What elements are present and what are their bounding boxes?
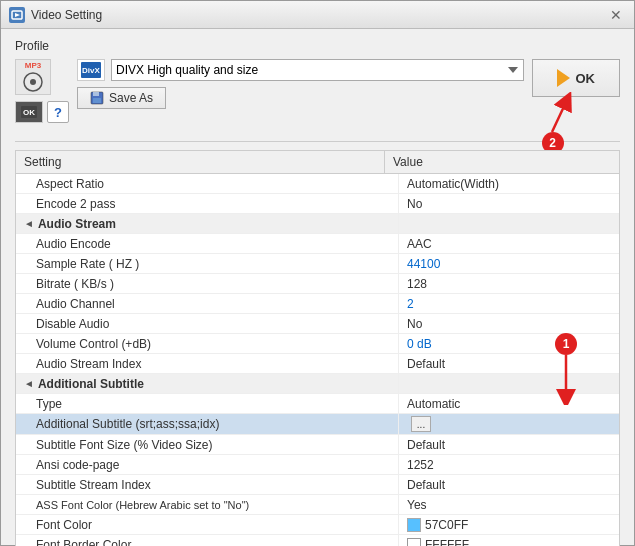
browse-button[interactable]: ... <box>411 416 431 432</box>
separator <box>15 141 620 142</box>
close-button[interactable]: ✕ <box>606 5 626 25</box>
value-cell: 1252 <box>399 455 619 474</box>
setting-cell: Encode 2 pass <box>16 194 399 213</box>
value-cell: ... <box>399 414 619 434</box>
value-cell: Automatic <box>399 394 619 413</box>
table-row: Subtitle Font Size (% Video Size) Defaul… <box>16 435 619 455</box>
svg-marker-1 <box>15 13 20 17</box>
svg-rect-10 <box>93 98 101 103</box>
profile-main: MP3 OK ? DivX <box>15 59 620 123</box>
table-row: Font Color 57C0FF <box>16 515 619 535</box>
help-button[interactable]: ? <box>47 101 69 123</box>
content-area: Profile MP3 OK ? <box>1 29 634 546</box>
value-cell <box>399 374 619 393</box>
table-row-group: ◄ Audio Stream <box>16 214 619 234</box>
setting-cell: Audio Encode <box>16 234 399 253</box>
value-cell: No <box>399 194 619 213</box>
value-cell: 57C0FF <box>399 515 619 534</box>
table-header: Setting Value <box>16 151 619 174</box>
ok-arrow-icon <box>557 69 570 87</box>
profile-section: Profile MP3 OK ? <box>15 39 620 123</box>
setting-cell: Type <box>16 394 399 413</box>
setting-cell: Sample Rate ( HZ ) <box>16 254 399 273</box>
value-cell: Yes <box>399 495 619 514</box>
value-cell <box>399 214 619 233</box>
table-row: Ansi code-page 1252 <box>16 455 619 475</box>
value-cell: Automatic(Width) <box>399 174 619 193</box>
font-color-swatch <box>407 518 421 532</box>
setting-cell: Ansi code-page <box>16 455 399 474</box>
value-cell: Default <box>399 435 619 454</box>
value-cell: 2 <box>399 294 619 313</box>
table-scroll[interactable]: Aspect Ratio Automatic(Width) Encode 2 p… <box>16 174 619 546</box>
setting-cell: Additional Subtitle (srt;ass;ssa;idx) <box>16 414 399 434</box>
group-header-cell: ◄ Audio Stream <box>16 214 399 233</box>
setting-cell: Disable Audio <box>16 314 399 333</box>
table-row: Encode 2 pass No <box>16 194 619 214</box>
floppy-icon <box>90 91 104 105</box>
setting-cell: Audio Channel <box>16 294 399 313</box>
col-value-header: Value <box>385 151 605 173</box>
title-icon <box>9 7 25 23</box>
value-cell: AAC <box>399 234 619 253</box>
setting-cell: Volume Control (+dB) <box>16 334 399 353</box>
settings-table: Setting Value Aspect Ratio Automatic(Wid… <box>15 150 620 546</box>
value-cell: 128 <box>399 274 619 293</box>
value-cell: Default <box>399 354 619 373</box>
table-row: Type Automatic <box>16 394 619 414</box>
table-row-highlighted: Additional Subtitle (srt;ass;ssa;idx) ..… <box>16 414 619 435</box>
window-title: Video Setting <box>31 8 102 22</box>
setting-cell: Aspect Ratio <box>16 174 399 193</box>
title-bar: Video Setting ✕ <box>1 1 634 29</box>
table-row: Audio Encode AAC <box>16 234 619 254</box>
table-row: Audio Stream Index Default <box>16 354 619 374</box>
divx-icon: DivX <box>77 59 105 81</box>
setting-cell: Subtitle Font Size (% Video Size) <box>16 435 399 454</box>
collapse-icon[interactable]: ◄ <box>24 378 34 389</box>
video-setting-window: Video Setting ✕ Profile MP3 OK <box>0 0 635 546</box>
table-row: Bitrate ( KB/s ) 128 <box>16 274 619 294</box>
svg-rect-9 <box>93 92 99 96</box>
annotation-2-arrow <box>532 92 582 132</box>
profile-select[interactable]: DIVX High quality and size <box>111 59 524 81</box>
group-header-cell: ◄ Additional Subtitle <box>16 374 399 393</box>
setting-cell: Bitrate ( KB/s ) <box>16 274 399 293</box>
value-cell: 44100 <box>399 254 619 273</box>
table-row: ASS Font Color (Hebrew Arabic set to "No… <box>16 495 619 515</box>
svg-point-3 <box>30 79 36 85</box>
col-setting-header: Setting <box>16 151 385 173</box>
value-cell: Default <box>399 475 619 494</box>
svg-text:DivX: DivX <box>82 66 100 75</box>
table-row: Audio Channel 2 <box>16 294 619 314</box>
value-cell: 0 dB <box>399 334 619 353</box>
setting-cell: Font Color <box>16 515 399 534</box>
table-row: Subtitle Stream Index Default <box>16 475 619 495</box>
table-row: Sample Rate ( HZ ) 44100 <box>16 254 619 274</box>
svg-line-12 <box>552 100 567 132</box>
border-color-swatch <box>407 538 421 547</box>
setting-cell: Font Border Color <box>16 535 399 546</box>
ok-icon: OK <box>15 101 43 123</box>
table-row: Volume Control (+dB) 0 dB <box>16 334 619 354</box>
table-row-group: ◄ Additional Subtitle <box>16 374 619 394</box>
mp3-icon: MP3 <box>15 59 51 95</box>
svg-text:OK: OK <box>23 108 35 117</box>
setting-cell: Audio Stream Index <box>16 354 399 373</box>
setting-cell: Subtitle Stream Index <box>16 475 399 494</box>
value-cell: FFFFFF <box>399 535 619 546</box>
table-row: Font Border Color FFFFFF <box>16 535 619 546</box>
collapse-icon[interactable]: ◄ <box>24 218 34 229</box>
value-cell: No <box>399 314 619 333</box>
setting-cell: ASS Font Color (Hebrew Arabic set to "No… <box>16 495 399 514</box>
profile-label: Profile <box>15 39 620 53</box>
table-row: Disable Audio No <box>16 314 619 334</box>
save-as-button[interactable]: Save As <box>77 87 166 109</box>
table-row: Aspect Ratio Automatic(Width) <box>16 174 619 194</box>
